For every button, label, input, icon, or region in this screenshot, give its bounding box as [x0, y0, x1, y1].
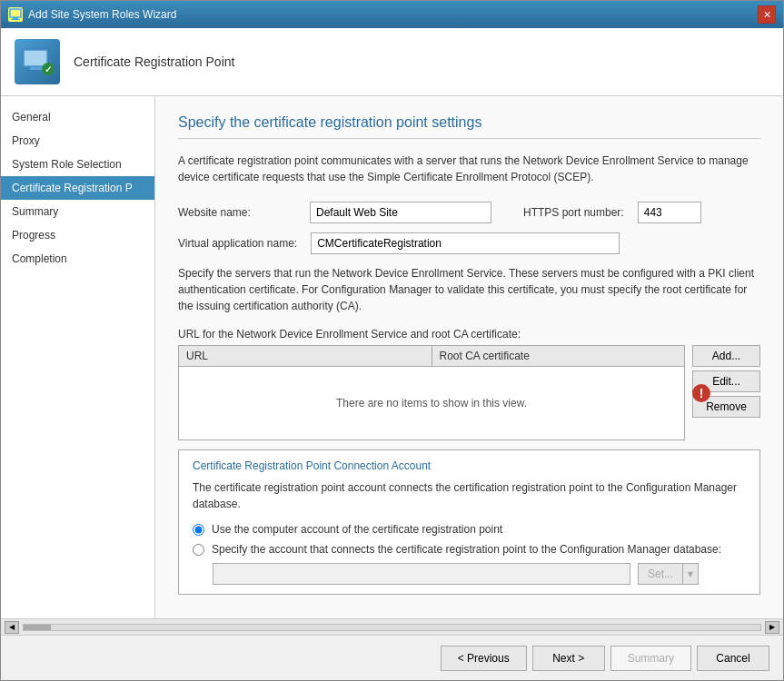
previous-button[interactable]: < Previous: [441, 646, 527, 671]
error-icon: !: [692, 384, 710, 402]
scroll-track[interactable]: [23, 624, 761, 631]
wizard-footer: < Previous Next > Summary Cancel: [1, 635, 783, 680]
wizard-window: Add Site System Roles Wizard ✕ ✓ Certifi…: [0, 0, 784, 681]
scroll-left-button[interactable]: ◀: [5, 621, 19, 634]
sidebar-item-completion[interactable]: Completion: [1, 247, 154, 271]
set-button-arrow[interactable]: ▾: [683, 563, 699, 585]
website-name-label: Website name:: [178, 206, 296, 219]
virtual-app-row: Virtual application name:: [178, 232, 760, 254]
next-button[interactable]: Next >: [532, 646, 605, 671]
sidebar-item-cert-reg[interactable]: Certificate Registration P: [1, 176, 154, 200]
svg-text:✓: ✓: [45, 64, 52, 74]
radio-row-2: Specify the account that connects the ce…: [193, 543, 746, 556]
url-table-container: URL Root CA certificate There are no ite…: [178, 345, 760, 440]
scroll-thumb[interactable]: [24, 625, 51, 630]
url-table: URL Root CA certificate There are no ite…: [178, 345, 685, 440]
title-bar-left: Add Site System Roles Wizard: [8, 7, 176, 22]
close-button[interactable]: ✕: [758, 5, 776, 24]
svg-rect-1: [13, 17, 18, 19]
sidebar-item-proxy[interactable]: Proxy: [1, 129, 154, 153]
add-button[interactable]: Add...: [692, 345, 760, 367]
virtual-app-label: Virtual application name:: [178, 237, 297, 250]
connection-desc: The certificate registration point accou…: [193, 479, 746, 512]
set-btn-container: Set... ▾: [638, 563, 699, 585]
url-section-label: URL for the Network Device Enrollment Se…: [178, 328, 760, 340]
use-computer-account-radio[interactable]: [193, 524, 204, 536]
wizard-sidebar: General Proxy System Role Selection Cert…: [1, 96, 155, 618]
account-input[interactable]: [213, 563, 630, 585]
url-table-header: URL Root CA certificate: [179, 346, 684, 367]
account-input-row: Set... ▾: [213, 563, 746, 585]
svg-rect-2: [11, 19, 20, 20]
https-port-label: HTTPS port number:: [523, 206, 624, 219]
cancel-button[interactable]: Cancel: [697, 646, 769, 671]
page-title: Specify the certificate registration poi…: [178, 114, 760, 139]
virtual-app-input[interactable]: [311, 232, 620, 254]
wizard-header: ✓ Certificate Registration Point: [1, 28, 783, 96]
svg-rect-0: [10, 9, 21, 17]
server-info-text: Specify the servers that run the Network…: [178, 265, 760, 314]
specify-account-radio[interactable]: [193, 544, 204, 556]
page-description: A certificate registration point communi…: [178, 153, 760, 185]
https-port-input[interactable]: [638, 202, 701, 223]
website-name-input[interactable]: [310, 202, 491, 223]
title-bar-icon: [8, 7, 23, 22]
wizard-content: General Proxy System Role Selection Cert…: [1, 96, 783, 618]
summary-button[interactable]: Summary: [610, 646, 691, 671]
connection-section: Certificate Registration Point Connectio…: [178, 449, 760, 595]
website-name-row: Website name: HTTPS port number:: [178, 202, 760, 223]
url-col-header: URL: [179, 346, 432, 366]
sidebar-item-summary[interactable]: Summary: [1, 200, 154, 223]
url-table-body: There are no items to show in this view.: [179, 367, 684, 439]
scroll-right-button[interactable]: ▶: [765, 621, 779, 634]
use-computer-account-label: Use the computer account of the certific…: [212, 523, 502, 536]
title-bar: Add Site System Roles Wizard ✕: [1, 1, 783, 28]
radio-row-1: Use the computer account of the certific…: [193, 523, 746, 536]
scrollbar: ◀ ▶: [1, 618, 783, 635]
specify-account-label: Specify the account that connects the ce…: [212, 543, 721, 556]
connection-title: Certificate Registration Point Connectio…: [193, 459, 746, 472]
url-empty-text: There are no items to show in this view.: [336, 397, 527, 410]
header-title: Certificate Registration Point: [74, 54, 234, 69]
window-title: Add Site System Roles Wizard: [28, 8, 176, 21]
sidebar-item-system-role[interactable]: System Role Selection: [1, 153, 154, 176]
sidebar-item-progress[interactable]: Progress: [1, 223, 154, 247]
main-content: Specify the certificate registration poi…: [155, 96, 783, 618]
root-ca-col-header: Root CA certificate: [432, 346, 685, 366]
header-icon: ✓: [15, 39, 60, 84]
svg-rect-4: [25, 51, 46, 65]
sidebar-item-general[interactable]: General: [1, 105, 154, 129]
set-button[interactable]: Set...: [638, 563, 683, 585]
